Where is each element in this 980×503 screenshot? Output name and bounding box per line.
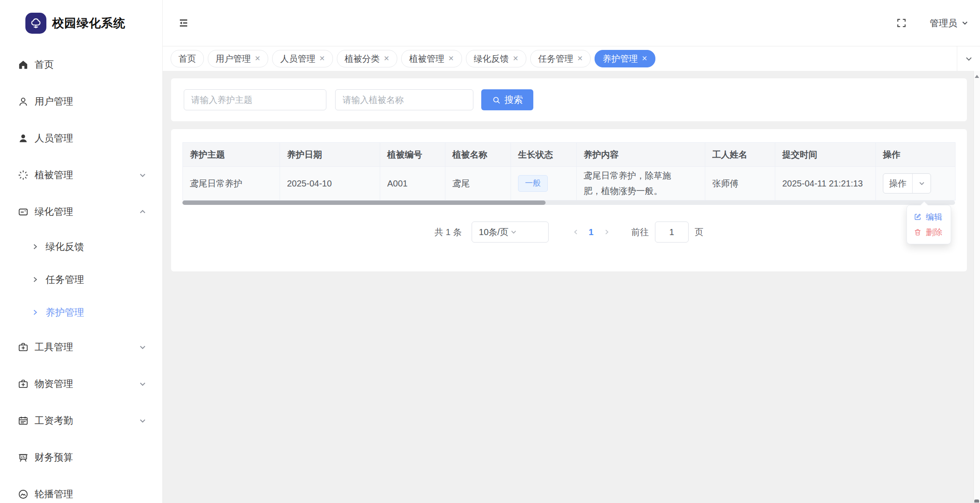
sidebar-item-label: 绿化管理 [35, 205, 73, 218]
row-action-dropdown: 编辑 删除 [906, 205, 951, 244]
tab-label: 绿化反馈 [474, 53, 509, 65]
prev-page-button[interactable] [566, 229, 585, 236]
sidebar-item-payroll[interactable]: 工资考勤 [0, 402, 162, 439]
goto-page-input[interactable] [655, 222, 689, 243]
arrow-right-icon [32, 276, 39, 283]
scrollbar-thumb[interactable] [974, 499, 979, 503]
postcard-icon [18, 206, 29, 218]
close-icon[interactable]: ✕ [255, 55, 260, 62]
cell-topic: 鸢尾日常养护 [183, 167, 280, 200]
column-header-worker: 工人姓名 [705, 143, 775, 167]
picture-icon [18, 489, 29, 500]
sidebar-item-supplies[interactable]: 物资管理 [0, 366, 162, 402]
search-button[interactable]: 搜索 [481, 89, 533, 110]
tab-maintenance-management[interactable]: 养护管理 ✕ [595, 50, 655, 67]
logo-badge [25, 13, 46, 34]
page-number-current[interactable]: 1 [585, 227, 597, 237]
tab-label: 植被分类 [345, 53, 380, 65]
top-bar-right: 管理员 [896, 17, 969, 29]
scrollbar-thumb[interactable] [182, 200, 546, 205]
cell-content: 鸢尾日常养护，除草施肥，植物涨势一般。 [577, 167, 705, 200]
collapse-sidebar-button[interactable] [178, 17, 189, 29]
top-bar: 管理员 [163, 0, 980, 46]
search-button-label: 搜索 [504, 94, 523, 106]
arrow-right-icon [32, 309, 39, 316]
tab-home[interactable]: 首页 [171, 50, 204, 67]
sidebar-item-carousel[interactable]: 轮播管理 [0, 476, 162, 503]
edit-menu-label: 编辑 [926, 211, 942, 223]
edit-menu-item[interactable]: 编辑 [907, 209, 951, 225]
sidebar-item-home[interactable]: 首页 [0, 46, 162, 83]
tab-vegetation-management[interactable]: 植被管理 ✕ [401, 50, 462, 67]
page-size-value: 10条/页 [479, 226, 510, 238]
sidebar-item-label: 物资管理 [35, 377, 73, 390]
arrow-right-icon [32, 243, 39, 250]
row-action-split-button[interactable]: 操作 [883, 173, 931, 193]
sidebar-item-tools[interactable]: 工具管理 [0, 329, 162, 366]
calendar-icon [18, 415, 29, 426]
sidebar-item-label: 财务预算 [35, 451, 73, 464]
plant-name-input[interactable] [335, 89, 473, 110]
user-menu[interactable]: 管理员 [930, 17, 969, 29]
burst-icon [18, 169, 29, 181]
vertical-scrollbar[interactable] [973, 71, 980, 503]
sidebar-subitem-label: 绿化反馈 [46, 240, 84, 253]
app-logo: 校园绿化系统 [0, 0, 162, 46]
cell-code: A001 [380, 167, 445, 200]
table-header-row: 养护主题 养护日期 植被编号 植被名称 生长状态 养护内容 工人姓名 提交时间 … [183, 143, 956, 167]
column-header-status: 生长状态 [511, 143, 577, 167]
pagination-total: 共 1 条 [434, 226, 462, 238]
chevron-down-icon [139, 171, 147, 179]
chevron-up-icon [139, 208, 147, 216]
table-panel: 养护主题 养护日期 植被编号 植被名称 生长状态 养护内容 工人姓名 提交时间 … [171, 129, 967, 271]
sidebar-item-label: 轮播管理 [35, 488, 73, 501]
fullscreen-icon[interactable] [896, 18, 907, 28]
page-unit-label: 页 [695, 226, 704, 238]
tree-icon [29, 16, 43, 30]
row-action-label[interactable]: 操作 [883, 174, 913, 193]
close-icon[interactable]: ✕ [641, 55, 647, 62]
tab-label: 植被管理 [409, 53, 444, 65]
tab-label: 首页 [178, 53, 196, 65]
close-icon[interactable]: ✕ [448, 55, 454, 62]
sidebar-item-label: 工资考勤 [35, 414, 73, 427]
chevron-down-icon [510, 229, 541, 236]
close-icon[interactable]: ✕ [577, 55, 583, 62]
sidebar-subitem-task-management[interactable]: 任务管理 [0, 263, 162, 296]
home-icon [18, 59, 29, 70]
tab-user-management[interactable]: 用户管理 ✕ [208, 50, 268, 67]
close-icon[interactable]: ✕ [513, 55, 518, 62]
page-size-select[interactable]: 10条/页 [472, 222, 549, 243]
close-icon[interactable]: ✕ [319, 55, 325, 62]
sidebar-item-users[interactable]: 用户管理 [0, 83, 162, 120]
tab-greening-feedback[interactable]: 绿化反馈 ✕ [466, 50, 526, 67]
sidebar-item-vegetation[interactable]: 植被管理 [0, 157, 162, 193]
next-page-button[interactable] [597, 229, 616, 236]
column-header-code: 植被编号 [380, 143, 445, 167]
user-outline-icon [18, 96, 29, 107]
sidebar-item-greening[interactable]: 绿化管理 [0, 193, 162, 230]
table-row[interactable]: 鸢尾日常养护 2025-04-10 A001 鸢尾 一般 鸢尾日常养护，除草施肥… [183, 167, 956, 200]
sidebar-subitem-maintenance-management[interactable]: 养护管理 [0, 296, 162, 329]
toolbox-icon [18, 341, 29, 353]
status-badge: 一般 [518, 175, 548, 191]
close-icon[interactable]: ✕ [384, 55, 389, 62]
tab-overflow-button[interactable] [957, 46, 980, 71]
tab-vegetation-category[interactable]: 植被分类 ✕ [337, 50, 397, 67]
sidebar-subitem-greening-feedback[interactable]: 绿化反馈 [0, 230, 162, 263]
column-header-actions: 操作 [876, 143, 956, 167]
tab-bar: 首页 用户管理 ✕ 人员管理 ✕ 植被分类 ✕ 植被管理 ✕ 绿化反馈 ✕ [163, 46, 980, 71]
goto-label: 前往 [631, 226, 649, 238]
chevron-down-icon[interactable] [913, 174, 931, 193]
user-name: 管理员 [930, 17, 957, 29]
sidebar-item-budget[interactable]: 财务预算 [0, 439, 162, 476]
tab-personnel-management[interactable]: 人员管理 ✕ [272, 50, 332, 67]
column-header-topic: 养护主题 [183, 143, 280, 167]
table-horizontal-scrollbar[interactable] [182, 200, 955, 205]
maintenance-topic-input[interactable] [184, 89, 326, 110]
tab-task-management[interactable]: 任务管理 ✕ [530, 50, 591, 67]
scroll-up-arrow-icon[interactable] [975, 75, 979, 78]
sidebar-item-personnel[interactable]: 人员管理 [0, 120, 162, 157]
maintenance-table: 养护主题 养护日期 植被编号 植被名称 生长状态 养护内容 工人姓名 提交时间 … [182, 142, 956, 200]
delete-menu-item[interactable]: 删除 [907, 225, 951, 240]
